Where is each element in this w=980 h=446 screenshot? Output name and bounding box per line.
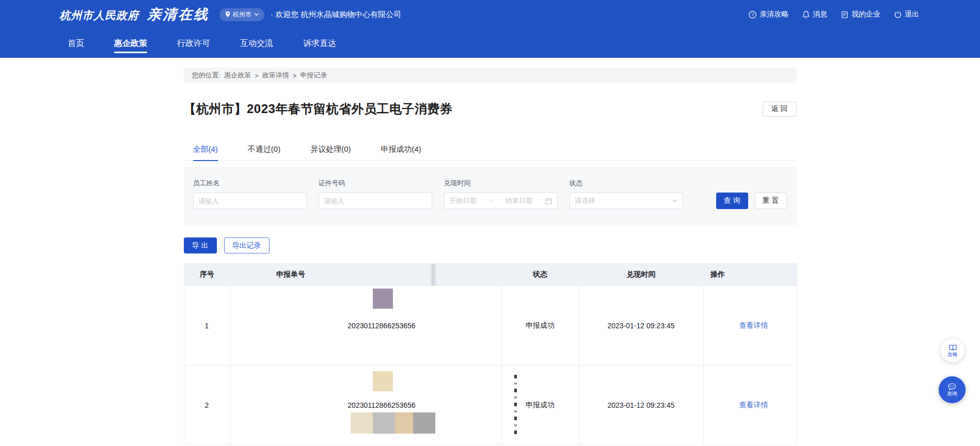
redaction-artifact — [514, 375, 517, 436]
view-detail-link[interactable]: 查看详情 — [739, 321, 768, 329]
tab-dispute[interactable]: 异议处理(0) — [310, 138, 351, 161]
power-icon — [894, 11, 902, 18]
breadcrumb-prefix: 您的位置: — [192, 71, 221, 80]
view-detail-link[interactable]: 查看详情 — [739, 401, 768, 409]
consult-fab-button[interactable]: 咨询 — [939, 376, 966, 403]
row-index: 2 — [184, 365, 230, 445]
location-pin-icon — [225, 11, 230, 18]
page-title: 【杭州市】2023年春节留杭省外员工电子消费券 — [184, 101, 453, 117]
status-cell: 申报成功 — [501, 365, 579, 445]
status-field: 状态 请选择 — [570, 179, 683, 209]
messages-link-label: 消息 — [813, 10, 827, 19]
status-label: 状态 — [570, 179, 683, 187]
breadcrumb-item-policy-detail[interactable]: 政策详情 — [262, 71, 289, 80]
redacted-block — [373, 412, 395, 434]
guide-fab-label: 攻略 — [947, 352, 958, 357]
redeem-time-label: 兑现时间 — [444, 179, 558, 187]
date-range-picker[interactable]: 开始日期 ~ 结束日期 — [444, 193, 558, 209]
guide-link[interactable]: ? 亲清攻略 — [749, 10, 788, 19]
action-cell: 查看详情 — [703, 365, 797, 445]
redeem-time-field: 兑现时间 开始日期 ~ 结束日期 — [444, 179, 558, 209]
reset-button[interactable]: 重 置 — [755, 193, 787, 209]
col-header-index: 序号 — [184, 264, 230, 286]
id-number-field: 证件号码 — [319, 179, 432, 209]
id-number-input[interactable] — [324, 197, 426, 205]
redacted-block — [413, 412, 435, 434]
employee-name-label: 员工姓名 — [193, 179, 307, 187]
tab-success[interactable]: 申报成功(4) — [381, 138, 421, 161]
welcome-text: · 欢迎您 杭州水晶城购物中心有限公司 — [271, 10, 401, 20]
location-selector[interactable]: 杭州市 — [219, 8, 264, 21]
redeem-time-cell: 2023-01-12 09:23:45 — [579, 286, 703, 365]
top-header: 杭州市人民政府 亲清在线 杭州市 · 欢迎您 杭州水晶城购物中心有限公司 ? 亲… — [0, 0, 980, 29]
chat-icon — [948, 383, 956, 390]
id-number-label: 证件号码 — [319, 179, 432, 187]
employee-name-field: 员工姓名 — [193, 179, 307, 209]
breadcrumb-separator: > — [293, 72, 297, 79]
records-table: 序号 申报单号 状态 兑现时间 操作 1 20230112866253656 — [184, 263, 797, 445]
guide-link-label: 亲清攻略 — [760, 10, 788, 19]
messages-link[interactable]: 消息 — [802, 10, 827, 19]
bell-icon — [802, 11, 810, 19]
book-icon — [949, 344, 957, 351]
status-select[interactable]: 请选择 — [570, 193, 683, 209]
nav-item-policies[interactable]: 惠企政策 — [114, 29, 147, 58]
order-no-cell: 20230112866253656 — [230, 286, 501, 365]
redacted-block — [373, 289, 393, 309]
main-nav: 首页 惠企政策 行政许可 互动交流 诉求直达 — [0, 29, 980, 58]
breadcrumb-separator: > — [255, 72, 259, 79]
breadcrumb-item-policies[interactable]: 惠企政策 — [224, 71, 251, 80]
nav-item-licensing[interactable]: 行政许可 — [177, 29, 210, 58]
gov-logo-text: 杭州市人民政府 — [59, 8, 139, 23]
consult-fab-label: 咨询 — [947, 391, 957, 396]
tab-rejected[interactable]: 不通过(0) — [248, 138, 280, 161]
start-date-placeholder: 开始日期 — [450, 196, 477, 205]
location-label: 杭州市 — [233, 10, 251, 19]
site-logo: 杭州市人民政府 亲清在线 — [59, 5, 209, 24]
table-row: 1 20230112866253656 申报成功 2023-01-12 09:2… — [184, 286, 797, 365]
col-header-redeem-time: 兑现时间 — [579, 264, 703, 286]
date-range-separator: ~ — [489, 197, 493, 205]
table-row: 2 20230112866253656 申报成功 2023-01-12 09:2… — [184, 365, 797, 445]
redaction-artifact — [430, 264, 437, 285]
status-select-placeholder: 请选择 — [575, 196, 595, 205]
redeem-time-cell: 2023-01-12 09:23:45 — [579, 365, 703, 445]
employee-name-input[interactable] — [199, 197, 301, 205]
order-no-cell: 20230112866253656 — [230, 365, 501, 445]
status-cell: 申报成功 — [501, 286, 579, 365]
export-records-button[interactable]: 导出记录 — [224, 237, 270, 253]
question-circle-icon: ? — [749, 11, 756, 19]
nav-item-interaction[interactable]: 互动交流 — [240, 29, 273, 58]
end-date-placeholder: 结束日期 — [505, 196, 532, 205]
breadcrumb-item-current: 申报记录 — [300, 71, 327, 80]
filter-panel: 员工姓名 证件号码 兑现时间 开始日期 ~ 结束日期 — [184, 167, 797, 226]
logout-link[interactable]: 退出 — [894, 10, 919, 19]
export-button[interactable]: 导 出 — [184, 237, 217, 253]
action-cell: 查看详情 — [703, 286, 797, 365]
col-header-status: 状态 — [501, 264, 579, 286]
redacted-block — [373, 371, 393, 391]
col-header-action: 操作 — [703, 264, 797, 286]
order-no: 20230112866253656 — [347, 322, 415, 330]
nav-item-appeals[interactable]: 诉求直达 — [303, 29, 336, 58]
brand-logo-text: 亲清在线 — [147, 5, 209, 24]
order-no: 20230112866253656 — [347, 401, 415, 409]
svg-text:?: ? — [751, 12, 754, 18]
chevron-down-icon — [254, 13, 259, 16]
status-tabs: 全部(4) 不通过(0) 异议处理(0) 申报成功(4) — [184, 138, 797, 161]
table-header-row: 序号 申报单号 状态 兑现时间 操作 — [184, 264, 797, 286]
breadcrumb: 您的位置: 惠企政策 > 政策详情 > 申报记录 — [184, 68, 797, 83]
search-button[interactable]: 查 询 — [716, 193, 748, 209]
row-index: 1 — [184, 286, 230, 365]
calendar-icon — [545, 198, 552, 204]
col-header-order-no: 申报单号 — [230, 264, 501, 286]
my-enterprise-link-label: 我的企业 — [851, 10, 880, 19]
page: 杭州市人民政府 亲清在线 杭州市 · 欢迎您 杭州水晶城购物中心有限公司 ? 亲… — [0, 0, 980, 446]
export-toolbar: 导 出 导出记录 — [184, 237, 797, 253]
logout-link-label: 退出 — [905, 10, 919, 19]
tab-all[interactable]: 全部(4) — [193, 138, 218, 161]
nav-item-home[interactable]: 首页 — [68, 29, 84, 58]
my-enterprise-link[interactable]: 我的企业 — [841, 10, 880, 19]
back-button[interactable]: 返 回 — [763, 102, 797, 117]
guide-fab-button[interactable]: 攻略 — [941, 339, 965, 362]
